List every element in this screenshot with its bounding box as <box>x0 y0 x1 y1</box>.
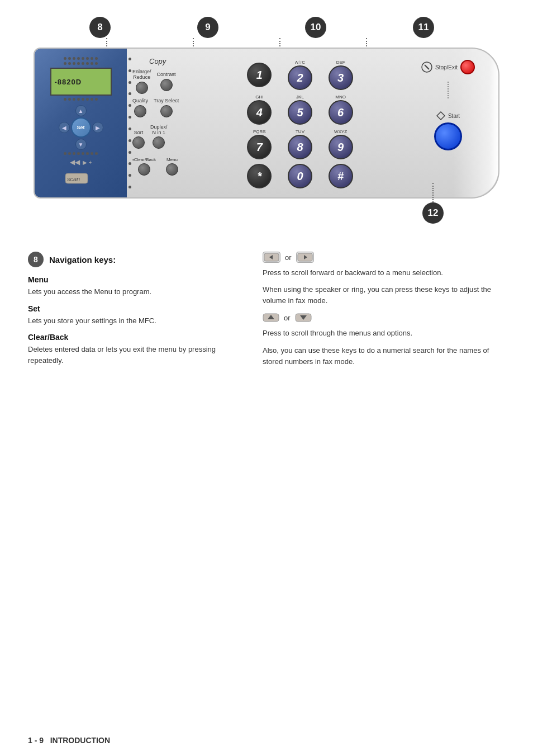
nav-right-arrow[interactable]: ▶ <box>92 122 103 133</box>
key-hash: # <box>322 164 359 188</box>
key-7-circle[interactable]: 7 <box>247 135 272 159</box>
callout-11: 11 <box>413 17 434 38</box>
start-button[interactable] <box>434 122 462 150</box>
down-nav-icon <box>295 312 312 323</box>
dot-grid-left <box>64 57 98 65</box>
start-label-row: Start <box>436 111 460 120</box>
copy-label: Copy <box>149 57 233 65</box>
key-hash-circle[interactable]: # <box>329 164 353 188</box>
scan-icon: scan <box>64 169 98 186</box>
key-8-circle[interactable]: 8 <box>288 135 312 159</box>
key-3: DEF 3 <box>322 60 359 90</box>
svg-text:scan: scan <box>67 176 80 182</box>
or-row-1: or <box>263 252 505 263</box>
left-arrow-icon-1 <box>263 252 280 263</box>
quality-ctrl: Quality <box>132 98 148 117</box>
menu-text: Lets you access the Menu to program. <box>28 286 240 297</box>
display-section: -8820D ▲ ▼ ◀ ▶ Set <box>35 49 127 197</box>
up-nav-icon-area <box>263 312 279 323</box>
key-star-circle[interactable]: * <box>247 164 272 188</box>
key-8: TUV 8 <box>282 129 318 159</box>
callout-10: 10 <box>305 17 326 38</box>
key-5: JKL 5 <box>282 94 318 125</box>
menu-subsection: Menu Lets you access the Menu to program… <box>28 275 240 297</box>
key-1-circle[interactable]: 1 <box>247 63 272 87</box>
content-area: 8 Navigation keys: Menu Lets you access … <box>0 235 533 390</box>
svg-line-3 <box>425 65 429 69</box>
right-arrow-icon-1 <box>296 252 314 263</box>
tray-select-button[interactable] <box>160 105 173 117</box>
clear-back-button[interactable] <box>138 163 150 176</box>
device-section: 8 9 10 11 -8820D <box>0 0 533 235</box>
down-nav-icon-area <box>295 312 312 323</box>
right-para-4: Also, you can use these keys to do a num… <box>263 345 505 367</box>
callout-8: 8 <box>89 17 111 38</box>
key-5-circle[interactable]: 5 <box>288 100 312 125</box>
key-9-circle[interactable]: 9 <box>329 135 353 159</box>
start-area: Start <box>434 111 462 150</box>
stop-exit-icon <box>421 62 432 73</box>
sort-ctrl: Sort <box>132 130 145 149</box>
or-row-2: or <box>263 312 505 323</box>
section8-header: 8 Navigation keys: <box>28 252 240 267</box>
set-subsection: Set Lets you store your settings in the … <box>28 304 240 327</box>
enlarge-reduce-button[interactable] <box>136 82 148 94</box>
set-button[interactable]: Set <box>71 117 91 138</box>
section8-title: Navigation keys: <box>49 255 116 264</box>
set-subtitle: Set <box>28 304 240 313</box>
right-nav-icon <box>297 252 313 262</box>
dot-line-12 <box>432 183 434 202</box>
key-0: 0 <box>282 164 318 188</box>
left-column: 8 Navigation keys: Menu Lets you access … <box>28 252 240 373</box>
key-6-circle[interactable]: 6 <box>329 100 353 125</box>
clearback-subtitle: Clear/Back <box>28 333 240 342</box>
nav-left-arrow[interactable]: ◀ <box>59 122 70 133</box>
dot-grid-mid <box>64 98 98 101</box>
callout-row-top: 8 9 10 11 <box>89 17 434 38</box>
tray-select-ctrl: Tray Select <box>154 98 179 117</box>
keypad-section: 1 A☆C 2 DEF 3 <box>239 57 361 197</box>
quality-tray-row: Quality Tray Select <box>132 98 233 117</box>
rewind-icon: ◀◀ <box>70 158 80 166</box>
duplex-button[interactable] <box>153 136 165 149</box>
nav-cross: ▲ ▼ ◀ ▶ Set <box>59 105 103 150</box>
quality-button[interactable] <box>134 105 146 117</box>
or-text-2: or <box>284 314 291 322</box>
footer-text: INTRODUCTION <box>50 736 110 745</box>
left-nav-icon <box>264 252 279 262</box>
or-text-1: or <box>285 253 292 262</box>
footer-page: 1 - 9 <box>28 736 44 745</box>
stop-exit-area: Stop/Exit <box>421 60 475 74</box>
clearback-text: Deletes entered data or lets you exit th… <box>28 344 240 366</box>
rewind-area: ◀◀ ▶ + <box>70 158 92 166</box>
middle-section: Copy Enlarge/Reduce Contrast Quality <box>127 54 239 199</box>
bottom-controls: Sort Duplex/N in 1 <box>132 125 233 149</box>
nav-down-arrow[interactable]: ▼ <box>75 139 87 150</box>
lcd-screen: -8820D <box>50 68 112 96</box>
callout-12-area: 12 <box>422 183 444 224</box>
key-2-circle[interactable]: 2 <box>288 65 312 90</box>
contrast-button[interactable] <box>160 79 173 91</box>
nav-up-arrow[interactable]: ▲ <box>75 105 87 116</box>
set-text: Lets you store your settings in the MFC. <box>28 315 240 327</box>
menu-button[interactable] <box>166 163 178 176</box>
enlarge-reduce-row: Enlarge/Reduce Contrast <box>132 69 233 94</box>
right-column: or Press to scroll forward or backward t… <box>263 252 505 373</box>
key-4: GHI 4 <box>241 94 278 125</box>
clearback-subsection: Clear/Back Deletes entered data or lets … <box>28 333 240 366</box>
key-7: PQRS 7 <box>241 129 278 159</box>
enlarge-reduce-ctrl: Enlarge/Reduce <box>132 69 151 94</box>
stop-exit-button[interactable] <box>460 60 475 74</box>
right-section: Stop/Exit Start <box>398 54 498 199</box>
scan-area: scan <box>64 169 98 187</box>
right-para-1: Press to scroll forward or backward to a… <box>263 267 505 278</box>
clear-back-ctrl: •Clear/Back <box>132 157 156 176</box>
key-4-circle[interactable]: 4 <box>247 100 272 125</box>
duplex-ctrl: Duplex/N in 1 <box>150 125 168 149</box>
clear-menu-row: •Clear/Back Menu <box>132 157 233 176</box>
start-label: Start <box>448 113 460 119</box>
key-3-circle[interactable]: 3 <box>329 65 353 90</box>
sort-button[interactable] <box>132 136 145 149</box>
key-0-circle[interactable]: 0 <box>288 164 312 188</box>
dot-grid-bot <box>64 152 98 155</box>
